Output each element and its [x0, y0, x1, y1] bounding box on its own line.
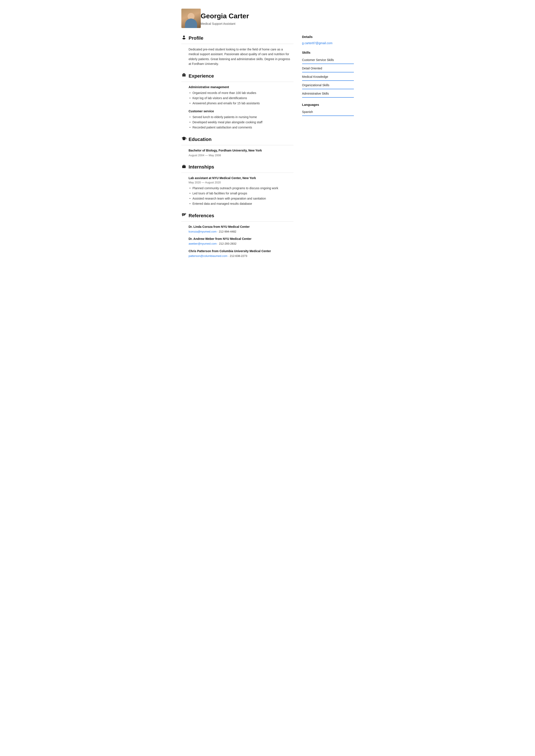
internships-divider: [181, 173, 294, 173]
profile-text: Dedicated pre-med student looking to ent…: [181, 47, 294, 67]
header: Georgia Carter Medical Support Assistant: [181, 9, 354, 28]
ref-name-0: Dr. Linda Coroza from NYU Medical Center: [189, 225, 294, 229]
skill-2: Medical Knowledge: [302, 73, 354, 81]
intern-date-0: May 2020 — August 2020: [189, 180, 294, 185]
skills-title: Skills: [302, 50, 354, 55]
references-section: References Dr. Linda Coroza from NYU Med…: [181, 212, 294, 258]
internships-header: Internships: [181, 163, 294, 171]
resume-page: Georgia Carter Medical Support Assistant…: [171, 0, 365, 277]
language-0: Spanish: [302, 108, 354, 116]
ref-dot-1: ·: [217, 242, 219, 245]
ref-block-2: Chris Patterson from Columbia University…: [181, 249, 294, 258]
right-column: Details g.carter87@gmail.com Skills Cust…: [302, 35, 354, 264]
header-info: Georgia Carter Medical Support Assistant: [201, 11, 249, 26]
languages-title: Languages: [302, 102, 354, 107]
exp-list-0: Organized records of more than 100 lab s…: [189, 91, 294, 106]
exp-item-1-1: Developed weekly meal plan alongside coo…: [189, 120, 294, 124]
experience-header: Experience: [181, 72, 294, 80]
svg-point-0: [183, 36, 185, 37]
left-column: Profile Dedicated pre-med student lookin…: [181, 35, 294, 264]
intern-item-0-2: Assisted research team with preparation …: [189, 196, 294, 201]
svg-rect-9: [183, 165, 185, 166]
ref-contact-0: lcoroza@nyumed.com · 212-994-4482: [189, 230, 294, 234]
ref-email-0[interactable]: lcoroza@nyumed.com: [189, 230, 217, 233]
references-title: References: [189, 212, 214, 219]
experience-section: Experience Administrative management Org…: [181, 72, 294, 130]
references-header: References: [181, 212, 294, 219]
ref-email-2[interactable]: patterson@columbiaumed.com: [189, 254, 228, 257]
ref-block-1: Dr. Andrew Weber from NYU Medical Center…: [181, 237, 294, 246]
details-section: Details g.carter87@gmail.com: [302, 35, 354, 45]
candidate-title: Medical Support Assistant: [201, 21, 249, 26]
education-header: Education: [181, 136, 294, 143]
experience-title: Experience: [189, 72, 214, 80]
languages-section: Languages Spanish: [302, 102, 354, 116]
ref-dot-0: ·: [217, 230, 219, 233]
references-divider: [181, 221, 294, 222]
exp-job-title-0: Administrative management: [189, 85, 294, 90]
exp-item-0-1: Kept log of lab visitors and identificat…: [189, 96, 294, 100]
internships-section: Internships Lab assistant at NYU Medical…: [181, 163, 294, 206]
email-link[interactable]: g.carter87@gmail.com: [302, 41, 332, 45]
ref-phone-1: 212-293-2832: [219, 242, 237, 245]
ref-email-1[interactable]: aweber@nyumed.com: [189, 242, 217, 245]
ref-contact-2: patterson@columbiaumed.com · 212-638-227…: [189, 254, 294, 258]
skill-1: Detail Oriented: [302, 65, 354, 72]
references-icon: [181, 212, 186, 219]
skill-0: Customer Service Skills: [302, 56, 354, 64]
skill-3: Organizational Skills: [302, 82, 354, 89]
ref-name-1: Dr. Andrew Weber from NYU Medical Center: [189, 237, 294, 241]
svg-rect-7: [186, 138, 186, 139]
intern-item-0-3: Entered data and managed results databas…: [189, 202, 294, 206]
exp-item-1-2: Recorded patient satisfaction and commen…: [189, 125, 294, 130]
profile-section: Profile Dedicated pre-med student lookin…: [181, 35, 294, 67]
svg-point-1: [183, 38, 185, 40]
profile-icon: [181, 35, 186, 41]
details-title: Details: [302, 35, 354, 40]
profile-header: Profile: [181, 35, 294, 41]
svg-rect-2: [182, 74, 186, 76]
intern-item-0-1: Led tours of lab facilities for small gr…: [189, 191, 294, 196]
ref-phone-2: 212-638-2273: [230, 254, 247, 257]
education-section: Education Bachelor of Biology, Fordham U…: [181, 136, 294, 157]
profile-divider: [181, 44, 294, 44]
avatar-body: [185, 18, 197, 28]
exp-item-0-2: Answered phones and emails for 15 lab as…: [189, 101, 294, 106]
main-layout: Profile Dedicated pre-med student lookin…: [181, 35, 354, 264]
experience-icon: [181, 73, 186, 79]
education-icon: [181, 136, 186, 142]
intern-title-0: Lab assistant at NYU Medical Center, New…: [189, 176, 294, 180]
exp-list-1: Served lunch to elderly patients in nurs…: [189, 115, 294, 130]
avatar: [181, 9, 201, 28]
ref-phone-0: 212-994-4482: [219, 230, 236, 233]
exp-block-1: Customer service Served lunch to elderly…: [181, 109, 294, 130]
experience-divider: [181, 82, 294, 82]
exp-job-title-1: Customer service: [189, 109, 294, 114]
intern-block-0: Lab assistant at NYU Medical Center, New…: [181, 176, 294, 206]
exp-block-0: Administrative management Organized reco…: [181, 85, 294, 106]
avatar-figure: [185, 13, 197, 28]
edu-degree: Bachelor of Biology, Fordham University,…: [189, 148, 294, 153]
education-divider: [181, 145, 294, 145]
internships-title: Internships: [189, 163, 214, 171]
edu-block: Bachelor of Biology, Fordham University,…: [181, 148, 294, 157]
edu-date: August 2004 — May 2008: [189, 153, 294, 157]
candidate-name: Georgia Carter: [201, 11, 249, 21]
ref-contact-1: aweber@nyumed.com · 212-293-2832: [189, 242, 294, 246]
svg-rect-8: [182, 166, 186, 168]
svg-rect-3: [183, 73, 185, 74]
profile-title: Profile: [189, 35, 203, 41]
skill-4: Administrative Skills: [302, 90, 354, 97]
ref-name-2: Chris Patterson from Columbia University…: [189, 249, 294, 254]
education-title: Education: [189, 136, 211, 143]
intern-list-0: Planned community outreach programs to d…: [189, 186, 294, 206]
intern-item-0-0: Planned community outreach programs to d…: [189, 186, 294, 191]
ref-block-0: Dr. Linda Coroza from NYU Medical Center…: [181, 225, 294, 234]
internships-icon: [181, 164, 186, 170]
exp-item-1-0: Served lunch to elderly patients in nurs…: [189, 115, 294, 120]
skills-section: Skills Customer Service Skills Detail Or…: [302, 50, 354, 97]
exp-item-0-0: Organized records of more than 100 lab s…: [189, 91, 294, 95]
